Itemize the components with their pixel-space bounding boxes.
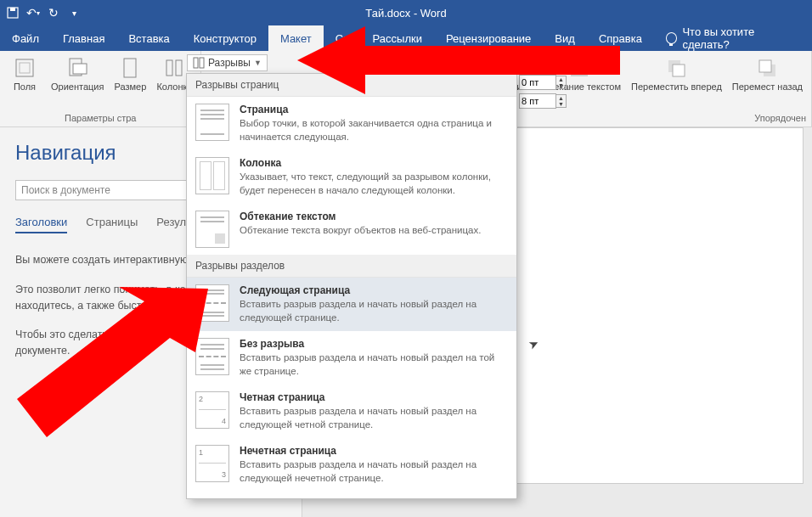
nav-tab-headings[interactable]: Заголовки	[15, 216, 67, 233]
ribbon-tabs: Файл Главная Вставка Конструктор Макет С…	[0, 25, 812, 51]
wrap-text-icon	[567, 56, 591, 80]
margins-button[interactable]: Поля	[5, 54, 44, 93]
tell-me-text: Что вы хотите сделать?	[682, 25, 800, 51]
svg-rect-6	[124, 59, 136, 77]
svg-rect-10	[200, 58, 204, 68]
nav-tab-pages[interactable]: Страницы	[86, 216, 138, 233]
bring-forward-button[interactable]: Переместить вперед	[628, 54, 725, 93]
spacing-before-input[interactable]: ▲▼	[519, 75, 567, 90]
svg-rect-12	[496, 62, 502, 68]
svg-rect-19	[759, 60, 771, 72]
break-column[interactable]: Колонка Указывает, что текст, следующий …	[187, 150, 516, 204]
svg-rect-1	[10, 8, 15, 11]
redo-icon[interactable]: ↻	[46, 5, 61, 20]
break-page[interactable]: Страница Выбор точки, в которой заканчив…	[187, 97, 516, 150]
spacing-after-input[interactable]: ▲▼	[519, 93, 567, 109]
lightbulb-icon	[666, 32, 678, 44]
quick-access-toolbar: ↶▾ ↻ ▾	[5, 5, 82, 20]
svg-rect-17	[673, 65, 685, 76]
window-title: Тай.docx - Word	[82, 7, 730, 20]
chevron-down-icon: ▼	[254, 59, 262, 67]
group-page-setup: Поля Ориентация Размер Колонки Параметры…	[0, 51, 201, 126]
svg-rect-3	[20, 63, 30, 73]
breaks-button[interactable]: Разрывы ▼	[187, 54, 268, 71]
spinner-arrows[interactable]: ▲▼	[556, 76, 567, 89]
orientation-button[interactable]: Ориентация	[48, 54, 107, 93]
continuous-break-icon	[195, 338, 229, 375]
tab-design[interactable]: Конструктор	[182, 25, 268, 51]
breaks-dropdown: Разрывы страниц Страница Выбор точки, в …	[186, 73, 517, 499]
tab-insert[interactable]: Вставка	[116, 25, 181, 51]
tab-references[interactable]: Сс	[324, 25, 361, 51]
break-next-page[interactable]: Следующая страница Вставить разрыв разде…	[187, 278, 516, 331]
group-label-arrange: Упорядочен	[754, 111, 806, 125]
break-text-wrapping[interactable]: Обтекание текстом Обтекание текста вокру…	[187, 204, 516, 255]
tab-help[interactable]: Справка	[587, 25, 654, 51]
tab-layout[interactable]: Макет	[268, 25, 324, 51]
tab-review[interactable]: Рецензирование	[434, 25, 543, 51]
svg-rect-8	[176, 60, 182, 76]
text-wrapping-break-icon	[195, 211, 229, 248]
odd-page-break-icon: 1 3	[195, 445, 229, 482]
bring-forward-icon	[664, 56, 688, 80]
title-bar: ↶▾ ↻ ▾ Тай.docx - Word	[0, 0, 812, 25]
tell-me[interactable]: Что вы хотите сделать?	[654, 25, 812, 51]
svg-rect-9	[194, 58, 198, 68]
tab-file[interactable]: Файл	[0, 25, 51, 51]
page-break-icon	[195, 104, 229, 141]
orientation-icon	[65, 56, 89, 80]
dropdown-section-section-breaks: Разрывы разделов	[187, 255, 516, 278]
undo-icon[interactable]: ↶▾	[25, 5, 41, 20]
size-icon	[118, 56, 142, 80]
margins-icon	[13, 56, 37, 80]
spinner-arrows[interactable]: ▲▼	[556, 94, 567, 108]
svg-rect-5	[73, 64, 87, 74]
dropdown-section-page-breaks: Разрывы страниц	[187, 74, 516, 97]
column-break-icon	[195, 157, 229, 194]
tab-view[interactable]: Вид	[543, 25, 587, 51]
ribbon: Поля Ориентация Размер Колонки Параметры…	[0, 51, 812, 127]
size-button[interactable]: Размер	[110, 54, 149, 93]
even-page-break-icon: 2 4	[195, 391, 229, 429]
columns-icon	[162, 56, 186, 80]
break-odd-page[interactable]: 1 3 Нечетная страница Вставить разрыв ра…	[187, 438, 516, 492]
svg-rect-7	[166, 60, 172, 76]
next-page-break-icon	[195, 284, 229, 322]
save-icon[interactable]	[5, 5, 20, 20]
send-backward-button[interactable]: Перемест назад	[729, 54, 806, 93]
break-even-page[interactable]: 2 4 Четная страница Вставить разрыв разд…	[187, 385, 516, 438]
svg-rect-2	[16, 59, 33, 76]
group-label-page-setup: Параметры стра	[65, 111, 136, 125]
send-backward-icon	[755, 56, 779, 80]
break-continuous[interactable]: Без разрыва Вставить разрыв раздела и на…	[187, 331, 516, 385]
tab-home[interactable]: Главная	[51, 25, 116, 51]
svg-rect-13	[575, 64, 584, 72]
breaks-icon	[193, 57, 205, 69]
tab-mailings[interactable]: Рассылки	[361, 25, 434, 51]
qat-customize-icon[interactable]: ▾	[66, 5, 82, 20]
